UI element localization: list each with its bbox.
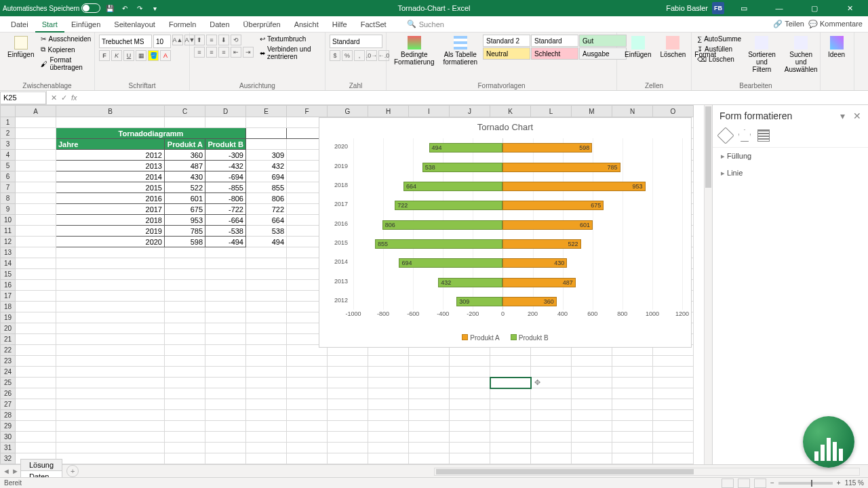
formula-bar: K25 ✕ ✓ fx [0,91,868,105]
find-icon [794,36,808,49]
ribbon-tabs: DateiStartEinfügenSeitenlayoutFormelnDat… [0,16,868,33]
group-label: Formatvorlagen [391,81,612,89]
format-painter-button[interactable]: 🖌Format übertragen [39,56,92,72]
fx-icon[interactable]: fx [71,94,77,102]
bold-button[interactable]: F [99,50,110,61]
user-name: Fabio Basler [666,4,708,12]
redo-icon[interactable]: ↷ [134,3,145,14]
save-icon[interactable]: 💾 [104,3,115,14]
sort-icon [755,36,768,49]
number-format-combo[interactable]: Standard [330,35,382,48]
autosum-button[interactable]: ∑AutoSumme [696,35,743,43]
cell-style-option[interactable]: Schlecht [531,47,578,60]
close-icon[interactable]: ✕ [834,0,865,16]
fill-button[interactable]: ↧Ausfüllen [696,45,743,54]
align-top-icon[interactable]: ⬆ [194,35,205,45]
delete-cells-button[interactable]: Löschen [656,35,689,60]
group-label [825,81,850,89]
toggle-pill-icon[interactable] [81,3,100,13]
group-label: Schriftart [99,81,185,89]
clear-button[interactable]: ⌫Löschen [696,55,743,64]
indent-dec-icon[interactable]: ⇤ [231,47,241,58]
find-select-button[interactable]: Suchen und Auswählen [781,35,821,75]
group-label: Bearbeiten [696,81,816,89]
ideas-icon [830,36,844,49]
paste-icon [14,36,28,49]
ribbon-tab-factset[interactable]: FactSet [354,18,393,31]
undo-icon[interactable]: ↶ [119,3,130,14]
inc-decimal-icon[interactable]: .0→ [366,50,377,61]
ribbon-tab-ansicht[interactable]: Ansicht [288,18,326,31]
underline-button[interactable]: U [123,50,134,61]
search-placeholder: Suchen [419,20,444,28]
ribbon-tab-überprüfen[interactable]: Überprüfen [237,18,288,31]
percent-icon[interactable]: % [342,50,353,61]
italic-button[interactable]: K [111,50,122,61]
title-bar: Automatisches Speichern 💾 ↶ ↷ ▾ Tornado-… [0,0,868,16]
align-middle-icon[interactable]: ≡ [206,35,217,45]
enter-formula-icon[interactable]: ✓ [61,94,67,102]
align-right-icon[interactable]: ≡ [218,47,229,58]
align-bottom-icon[interactable]: ⬇ [218,35,229,45]
font-color-button[interactable]: A [160,50,171,61]
ribbon-tab-start[interactable]: Start [35,18,64,33]
comma-icon[interactable]: , [354,50,365,61]
ribbon: Einfügen ✂Ausschneiden ⧉Kopieren 🖌Format… [0,33,868,91]
paste-button[interactable]: Einfügen [4,35,37,60]
ribbon-tab-hilfe[interactable]: Hilfe [326,18,354,31]
ribbon-tab-daten[interactable]: Daten [203,18,236,31]
cancel-formula-icon[interactable]: ✕ [51,94,57,102]
formula-input[interactable] [81,91,868,104]
conditional-formatting-button[interactable]: Bedingte Formatierung [391,35,437,67]
share-button[interactable]: 🔗 Teilen [773,20,804,28]
cell-style-option[interactable]: Neutral [483,47,530,60]
ribbon-options-icon[interactable]: ▭ [728,0,760,16]
group-label: Ausrichtung [194,81,321,89]
ribbon-tab-einfügen[interactable]: Einfügen [64,18,107,31]
font-family-combo[interactable]: Trebuchet MS [99,35,152,48]
sort-filter-button[interactable]: Sortieren und Filtern [745,35,779,75]
currency-icon[interactable]: $ [330,50,340,61]
wrap-text-button[interactable]: ↩Textumbruch [258,35,321,43]
font-size-combo[interactable]: 10 [153,35,171,48]
qat-more-icon[interactable]: ▾ [149,3,160,14]
search-icon: 🔍 [407,20,416,28]
sigma-icon: ∑ [697,35,702,43]
comments-button[interactable]: 💬 Kommentare [808,20,863,28]
ribbon-tab-seitenlayout[interactable]: Seitenlayout [107,18,162,31]
table-icon [454,36,467,49]
merge-icon: ⬌ [260,49,265,57]
document-title: Tornado-Chart - Excel [398,4,471,12]
copy-button[interactable]: ⧉Kopieren [39,45,92,54]
maximize-icon[interactable]: ▢ [799,0,830,16]
autosave-toggle[interactable]: Automatisches Speichern [3,3,100,13]
align-center-icon[interactable]: ≡ [206,47,217,58]
group-label: Zahl [330,81,382,89]
minimize-icon[interactable]: — [764,0,795,16]
name-box[interactable]: K25 [0,92,46,104]
cell-style-option[interactable]: Standard 2 [483,35,530,47]
group-label: Zellen [621,81,687,89]
merge-center-button[interactable]: ⬌Verbinden und zentrieren [258,45,321,61]
eraser-icon: ⌫ [697,56,707,63]
ribbon-tab-datei[interactable]: Datei [4,18,35,31]
cond-fmt-icon [408,36,421,49]
cut-button[interactable]: ✂Ausschneiden [39,35,92,43]
group-label: Zwischenablage [4,81,90,89]
indent-inc-icon[interactable]: ⇥ [243,47,254,58]
increase-font-icon[interactable]: A▲ [172,35,183,45]
orientation-icon[interactable]: ⟲ [231,35,241,45]
wrap-icon: ↩ [260,35,265,43]
cell-style-option[interactable]: Standard [531,35,578,47]
ribbon-tab-formeln[interactable]: Formeln [162,18,203,31]
ideas-button[interactable]: Ideen [825,35,848,60]
fill-color-button[interactable]: 🪣 [148,50,159,61]
insert-cells-button[interactable]: Einfügen [621,35,654,60]
border-button[interactable]: ▦ [136,50,146,61]
align-left-icon[interactable]: ≡ [194,47,205,58]
delete-icon [666,36,679,49]
tell-me-search[interactable]: 🔍 Suchen [407,20,444,28]
format-as-table-button[interactable]: Als Tabelle formatieren [439,35,481,67]
avatar[interactable]: FB [712,2,724,14]
cell-styles-gallery[interactable]: Standard 2StandardGutNeutralSchlechtAusg… [483,35,627,60]
